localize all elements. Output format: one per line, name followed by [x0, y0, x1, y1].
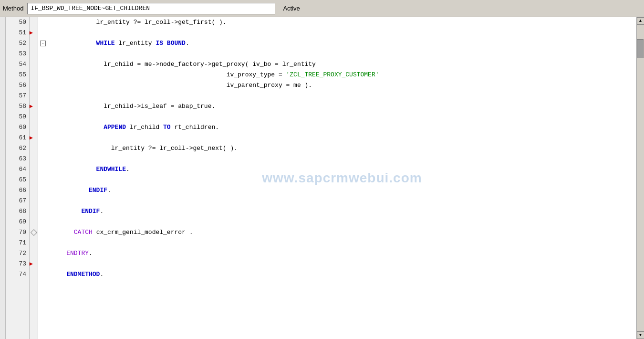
line-number: 55 [6, 70, 29, 80]
code-text: iv_proxy_type = [52, 71, 286, 78]
collapse-cell [38, 175, 48, 185]
code-line: ENDIF. [52, 185, 636, 196]
collapse-cell [38, 217, 48, 227]
code-text: lr_entity [115, 40, 156, 47]
line-number: 60 [6, 122, 29, 133]
line-number: 54 [6, 59, 29, 70]
toolbar: Method Active [0, 0, 644, 17]
collapse-cell [38, 17, 48, 28]
code-line [52, 217, 636, 227]
breakpoint-cell [30, 175, 38, 185]
breakpoint-cell [30, 17, 38, 28]
breakpoint-cell [30, 206, 38, 217]
line-number: 66 [6, 185, 29, 196]
code-text: . [107, 187, 111, 194]
collapse-cell [38, 154, 48, 164]
line-number: 63 [6, 154, 29, 164]
breakpoint-cell [30, 70, 38, 80]
code-line [52, 175, 636, 185]
collapse-cell [38, 206, 48, 217]
code-text: . [100, 271, 104, 278]
collapse-cell [38, 28, 48, 38]
line-number: 69 [6, 217, 29, 227]
code-line [52, 154, 636, 164]
breakpoint-cell [30, 227, 38, 238]
gutter-left [0, 17, 6, 339]
line-number: 68 [6, 206, 29, 217]
line-number: 56 [6, 80, 29, 91]
line-number: 59 [6, 112, 29, 122]
breakpoint-diamond[interactable] [30, 229, 37, 236]
collapse-cell [38, 112, 48, 122]
keyword: ENDMETHOD [52, 271, 100, 278]
code-text: . [100, 208, 104, 215]
collapse-cell [38, 164, 48, 175]
code-line: ENDWHILE. [52, 164, 636, 175]
breakpoint-cell [30, 91, 38, 101]
keyword: ENDIF [52, 187, 107, 194]
scroll-track[interactable] [637, 25, 644, 331]
collapse-cell [38, 133, 48, 143]
collapse-cell [38, 143, 48, 154]
code-text: iv_parent_proxy = me ). [52, 82, 312, 89]
code-area: lr_entity ?= lr_coll->get_first( ). WHIL… [48, 17, 636, 339]
scroll-down-btn[interactable]: ▼ [637, 331, 644, 339]
line-number: 74 [6, 269, 29, 280]
line-number: 61▶ [6, 133, 29, 143]
collapse-cell [38, 49, 48, 59]
breakpoint-cell [30, 143, 38, 154]
keyword: IS BOUND [156, 40, 185, 47]
keyword: ENDWHILE [52, 166, 126, 173]
keyword: WHILE [52, 40, 115, 47]
line-number: 70 [6, 227, 29, 238]
breakpoint-cell [30, 154, 38, 164]
line-number: 50 [6, 17, 29, 28]
code-text: lr_entity ?= lr_coll->get_next( ). [52, 145, 238, 152]
string-literal: 'ZCL_TREE_PROXY_CUSTOMER' [286, 71, 379, 78]
breakpoint-cell [30, 185, 38, 196]
code-text: . [89, 250, 93, 257]
breakpoint-cell [30, 59, 38, 70]
method-input[interactable] [27, 3, 275, 14]
code-line [52, 196, 636, 206]
code-text: lr_child [126, 124, 163, 131]
scroll-thumb[interactable] [637, 39, 644, 58]
line-number: 73▶ [6, 259, 29, 269]
keyword: TO [163, 124, 171, 131]
code-line: WHILE lr_entity IS BOUND. [52, 38, 636, 49]
line-number: 57 [6, 91, 29, 101]
code-text: lr_entity ?= lr_coll->get_first( ). [52, 19, 227, 26]
line-number: 52 [6, 38, 29, 49]
editor-container: 5051▶52535455565758▶596061▶6263646566676… [0, 17, 644, 339]
breakpoint-col [30, 17, 38, 339]
collapse-cell [38, 269, 48, 280]
line-number: 64 [6, 164, 29, 175]
arrow-indicator: ▶ [30, 259, 33, 269]
line-numbers: 5051▶52535455565758▶596061▶6263646566676… [6, 17, 30, 339]
collapse-cell [38, 122, 48, 133]
collapse-cell [38, 238, 48, 248]
code-text: rt_children. [171, 124, 219, 131]
code-text: lr_child = me->node_factory->get_proxy( … [52, 61, 316, 68]
breakpoint-cell [30, 112, 38, 122]
code-line [52, 259, 636, 269]
scrollbar-right[interactable]: ▲ ▼ [636, 17, 644, 339]
code-line: lr_entity ?= lr_coll->get_first( ). [52, 17, 636, 28]
collapse-cell [38, 259, 48, 269]
line-number: 71 [6, 238, 29, 248]
collapse-button[interactable]: - [40, 41, 46, 46]
line-number: 65 [6, 175, 29, 185]
breakpoint-cell [30, 269, 38, 280]
status-badge: Active [283, 5, 300, 12]
scroll-up-btn[interactable]: ▲ [637, 17, 644, 25]
collapse-cell [38, 248, 48, 259]
code-line [52, 28, 636, 38]
code-line: lr_child->is_leaf = abap_true. [52, 101, 636, 112]
code-text: . [186, 40, 189, 47]
code-line [52, 238, 636, 248]
breakpoint-cell [30, 122, 38, 133]
breakpoint-cell [30, 248, 38, 259]
collapse-cell [38, 196, 48, 206]
arrow-indicator: ▶ [30, 133, 33, 143]
code-line: APPEND lr_child TO rt_children. [52, 122, 636, 133]
